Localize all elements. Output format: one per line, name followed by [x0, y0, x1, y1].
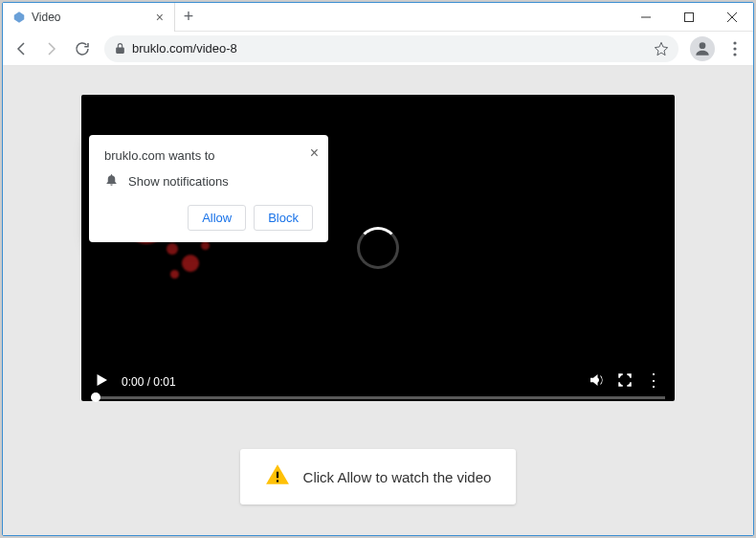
browser-window: Video × + bruklo.com/video-8 PCrisk.com [2, 2, 754, 536]
seekbar-thumb[interactable] [91, 392, 100, 402]
video-time: 0:00 / 0:01 [122, 375, 176, 389]
warning-icon [265, 462, 290, 491]
svg-point-1 [700, 42, 706, 49]
address-bar-text: bruklo.com/video-8 [132, 41, 648, 56]
banner-text: Click Allow to watch the video [303, 469, 492, 485]
video-more-button[interactable]: ⋮ [645, 370, 663, 394]
svg-rect-6 [277, 480, 278, 482]
profile-avatar[interactable] [690, 36, 715, 61]
svg-point-4 [733, 53, 736, 56]
popup-close-icon[interactable]: × [310, 145, 319, 162]
window-controls [624, 3, 753, 32]
allow-button[interactable]: Allow [188, 205, 246, 231]
minimize-button[interactable] [624, 3, 667, 32]
popup-title: bruklo.com wants to [104, 148, 313, 163]
notification-permission-popup: × bruklo.com wants to Show notifications… [89, 135, 328, 242]
tab-title: Video [32, 11, 147, 24]
allow-banner: Click Allow to watch the video [240, 449, 517, 504]
svg-rect-0 [684, 12, 693, 21]
close-button[interactable] [710, 3, 753, 32]
block-button[interactable]: Block [254, 205, 313, 231]
page-content: PCrisk.com 0:00 / 0:01 ⋮ [3, 66, 753, 535]
browser-tab[interactable]: Video × [3, 3, 175, 32]
svg-point-3 [733, 47, 736, 50]
menu-button[interactable] [721, 34, 749, 63]
back-button[interactable] [7, 34, 35, 63]
tab-close-icon[interactable]: × [153, 10, 167, 25]
play-button[interactable] [93, 371, 110, 392]
volume-button[interactable] [588, 371, 605, 392]
bookmark-star-icon[interactable] [654, 41, 669, 56]
titlebar: Video × + [3, 3, 753, 32]
video-controls: 0:00 / 0:01 ⋮ [81, 363, 675, 401]
toolbar: bruklo.com/video-8 [3, 32, 753, 66]
tab-favicon [12, 11, 26, 24]
address-bar[interactable]: bruklo.com/video-8 [104, 35, 678, 62]
svg-point-2 [733, 41, 736, 44]
lock-icon [114, 42, 126, 55]
spinner-icon [357, 227, 399, 269]
maximize-button[interactable] [667, 3, 710, 32]
reload-button[interactable] [68, 34, 97, 63]
new-tab-button[interactable]: + [175, 4, 202, 31]
popup-body: Show notifications [128, 174, 229, 189]
video-seekbar[interactable] [91, 396, 665, 399]
bell-icon [104, 172, 119, 190]
fullscreen-button[interactable] [616, 371, 634, 392]
svg-rect-5 [277, 472, 278, 479]
forward-button[interactable] [37, 34, 66, 63]
